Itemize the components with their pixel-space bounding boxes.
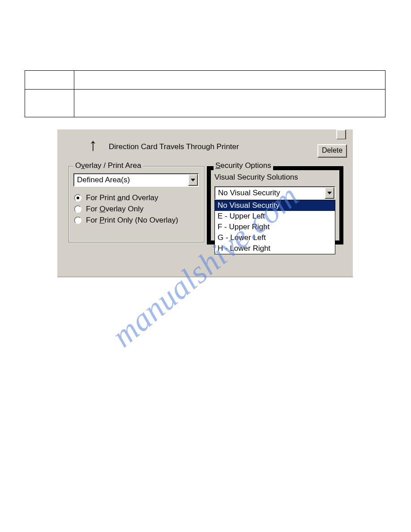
table-cell <box>74 71 385 90</box>
radio-icon <box>74 206 81 213</box>
radio-overlay-only[interactable]: For Overlay Only <box>74 205 178 214</box>
visual-security-dropdown[interactable]: No Visual Security E - Upper Left F - Up… <box>214 200 335 254</box>
table-cell <box>25 90 74 117</box>
chevron-down-icon[interactable] <box>325 187 334 199</box>
dropdown-option[interactable]: F - Upper Right <box>215 222 335 232</box>
overlay-print-area-group: Overlay / Print Area Defined Area(s) For… <box>68 166 204 242</box>
svg-marker-1 <box>327 192 332 194</box>
table-cell <box>74 90 385 117</box>
visual-security-label: Visual Security Solutions <box>214 173 298 182</box>
dropdown-option[interactable]: G - Lower Left <box>215 232 335 243</box>
visual-security-combo-value: No Visual Security <box>215 189 325 197</box>
table-cell <box>25 71 74 90</box>
overlay-area-combo[interactable]: Defined Area(s) <box>73 173 199 187</box>
arrow-up-icon: ↑ <box>89 136 97 153</box>
radio-print-and-overlay[interactable]: For Print and Overlay <box>74 193 178 202</box>
dropdown-option[interactable]: E - Upper Left <box>215 211 335 222</box>
doc-empty-table <box>25 70 385 117</box>
visual-security-combo[interactable]: No Visual Security <box>214 186 335 200</box>
dropdown-option[interactable]: No Visual Security <box>215 200 335 211</box>
radio-icon <box>74 194 81 202</box>
security-options-group: Security Options Visual Security Solutio… <box>207 166 343 245</box>
svg-marker-0 <box>191 179 195 181</box>
direction-label: Direction Card Travels Through Printer <box>109 142 239 151</box>
chevron-down-icon[interactable] <box>188 174 198 186</box>
print-dialog-fragment: ↑ Direction Card Travels Through Printer… <box>57 129 353 277</box>
overlay-radio-group: For Print and Overlay For Overlay Only F… <box>74 191 178 227</box>
delete-button[interactable]: Delete <box>317 144 347 158</box>
overlay-group-legend: Overlay / Print Area <box>73 161 143 170</box>
dropdown-option[interactable]: H - Lower Right <box>215 243 335 254</box>
spinner-stub[interactable] <box>336 129 346 139</box>
security-group-legend: Security Options <box>214 161 273 170</box>
overlay-area-combo-value: Defined Area(s) <box>74 176 188 184</box>
radio-icon <box>74 217 81 224</box>
radio-print-only[interactable]: For Print Only (No Overlay) <box>74 216 178 225</box>
